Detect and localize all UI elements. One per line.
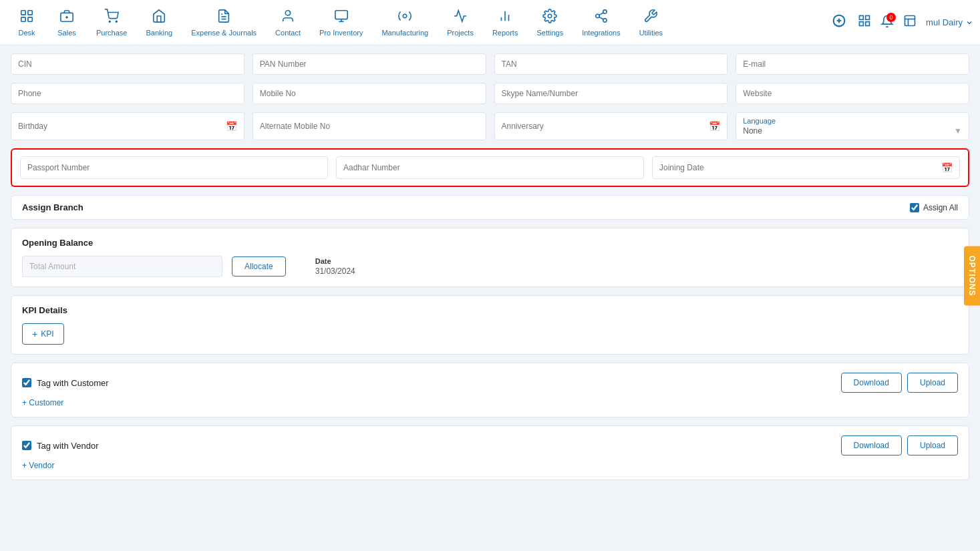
nav-item-banking[interactable]: Banking: [136, 3, 182, 42]
manufacturing-icon: [397, 9, 412, 27]
banking-icon: [152, 9, 166, 27]
nav-item-contact[interactable]: Contact: [266, 3, 310, 42]
banking-label: Banking: [146, 29, 172, 37]
joining-date-input[interactable]: [659, 163, 941, 172]
total-amount-placeholder: Total Amount: [29, 262, 75, 271]
chevron-down-icon: ▼: [954, 126, 962, 136]
nav-items: Desk Sales Purchase Banking Expense & Jo…: [7, 3, 830, 42]
allocate-button[interactable]: Allocate: [232, 256, 286, 277]
kpi-add-button[interactable]: + KPI: [22, 323, 64, 345]
tan-input[interactable]: [502, 59, 721, 69]
row-birthday-altmobile-anniversary-language: 📅 📅 Language None ▼: [11, 112, 969, 140]
integrations-icon: [594, 9, 609, 27]
language-field: Language None ▼: [736, 112, 969, 140]
pro-inventory-icon: [334, 9, 349, 27]
language-value: None: [743, 126, 762, 136]
nav-item-reports[interactable]: Reports: [483, 3, 528, 42]
tag-vendor-download-button[interactable]: Download: [841, 435, 902, 455]
utilities-icon: [643, 9, 658, 27]
options-tab[interactable]: OPTIONS: [964, 246, 980, 305]
anniversary-input[interactable]: [502, 122, 709, 131]
top-navigation: Desk Sales Purchase Banking Expense & Jo…: [0, 0, 980, 45]
svg-rect-31: [866, 22, 870, 26]
notification-badge: 0: [886, 13, 896, 22]
svg-point-20: [603, 9, 607, 13]
reports-label: Reports: [492, 29, 518, 37]
nav-item-pro-inventory[interactable]: Pro Inventory: [310, 3, 372, 42]
assign-branch-title: Assign Branch: [22, 202, 84, 212]
skype-input[interactable]: [502, 89, 721, 98]
desk-icon: [19, 9, 34, 27]
opening-balance-title: Opening Balance: [22, 238, 958, 248]
nav-item-expense[interactable]: Expense & Journals: [182, 3, 266, 42]
birthday-input[interactable]: [18, 122, 226, 131]
opening-balance-section: Opening Balance Total Amount Allocate Da…: [11, 228, 969, 287]
pan-input[interactable]: [260, 59, 479, 69]
assign-all-label: Assign All: [910, 203, 958, 212]
aadhar-field: [336, 156, 644, 179]
language-select[interactable]: None ▼: [743, 126, 962, 136]
aadhar-input[interactable]: [343, 163, 637, 172]
projects-label: Projects: [447, 29, 474, 37]
tag-customer-checkbox[interactable]: [22, 378, 31, 387]
svg-point-11: [285, 10, 290, 15]
nav-item-manufacturing[interactable]: Manufacturing: [372, 3, 438, 42]
svg-rect-2: [21, 17, 25, 21]
passport-input[interactable]: [27, 163, 321, 172]
settings-icon: [542, 9, 557, 27]
nav-item-settings[interactable]: Settings: [527, 3, 573, 42]
tag-vendor-row: Tag with Vendor Download Upload: [22, 435, 958, 455]
kpi-section: KPI Details + KPI: [11, 295, 969, 355]
alt-mobile-field: [253, 112, 486, 140]
highlighted-identity-row: 📅: [11, 148, 969, 187]
row-phone-mobile-skype-website: [11, 83, 969, 104]
ob-date: Date 31/03/2024: [315, 257, 355, 276]
add-button[interactable]: [830, 11, 848, 33]
tag-customer-upload-button[interactable]: Upload: [907, 373, 958, 393]
company-selector[interactable]: mul Dairy: [926, 17, 973, 27]
tag-customer-section: Tag with Customer Download Upload + Cust…: [11, 363, 969, 417]
tag-vendor-text: Tag with Vendor: [37, 441, 99, 451]
cin-input[interactable]: [18, 59, 237, 69]
alt-mobile-input[interactable]: [260, 122, 479, 131]
mobile-input[interactable]: [260, 89, 479, 98]
tag-customer-label: Tag with Customer: [22, 378, 109, 388]
birthday-calendar-icon[interactable]: 📅: [226, 121, 237, 132]
tag-customer-actions: Download Upload: [841, 373, 958, 393]
expense-label: Expense & Journals: [191, 29, 257, 37]
total-amount-field: Total Amount: [22, 256, 222, 277]
add-customer-link[interactable]: + Customer: [22, 398, 63, 407]
ob-date-value: 31/03/2024: [315, 266, 355, 276]
ob-date-label: Date: [315, 257, 355, 265]
nav-item-projects[interactable]: Projects: [438, 3, 483, 42]
svg-rect-28: [860, 16, 864, 20]
assign-all-checkbox[interactable]: [910, 203, 919, 212]
row-cin-pan-tan-email: [11, 53, 969, 75]
tag-vendor-upload-button[interactable]: Upload: [907, 435, 958, 455]
joining-date-calendar-icon[interactable]: 📅: [941, 162, 953, 173]
nav-item-sales[interactable]: Sales: [47, 3, 87, 42]
sales-label: Sales: [57, 29, 76, 37]
tag-vendor-section: Tag with Vendor Download Upload + Vendor: [11, 425, 969, 480]
grid-button[interactable]: [855, 11, 874, 33]
add-vendor-link[interactable]: + Vendor: [22, 461, 54, 470]
anniversary-calendar-icon[interactable]: 📅: [709, 121, 720, 132]
contact-icon: [281, 9, 295, 27]
cin-field: [11, 53, 244, 75]
email-input[interactable]: [743, 59, 962, 69]
tag-vendor-checkbox[interactable]: [22, 441, 31, 450]
nav-item-desk[interactable]: Desk: [7, 3, 47, 42]
notification-button[interactable]: 0: [880, 15, 894, 30]
settings-label: Settings: [536, 29, 563, 37]
nav-item-purchase[interactable]: Purchase: [87, 3, 136, 42]
layout-button[interactable]: [901, 11, 919, 33]
phone-input[interactable]: [18, 89, 237, 98]
nav-item-integrations[interactable]: Integrations: [573, 3, 629, 42]
tag-vendor-label: Tag with Vendor: [22, 441, 99, 451]
contact-label: Contact: [275, 29, 301, 37]
kpi-add-label: KPI: [41, 329, 53, 339]
website-input[interactable]: [743, 89, 962, 98]
tag-customer-download-button[interactable]: Download: [841, 373, 902, 393]
nav-item-utilities[interactable]: Utilities: [630, 3, 672, 42]
purchase-label: Purchase: [96, 29, 127, 37]
